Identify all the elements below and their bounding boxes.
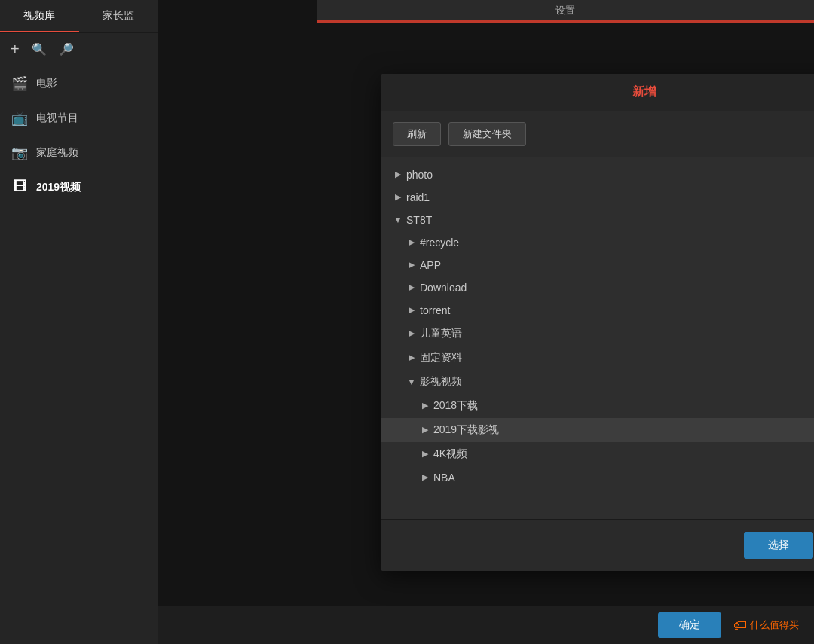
tree-item-2018-download[interactable]: ▶ 2018下载 bbox=[381, 394, 814, 418]
tree-label-photo: photo bbox=[405, 169, 814, 181]
tree-arrow-st8t: ▼ bbox=[391, 215, 405, 224]
tree-label-fixed-data: 固定资料 bbox=[418, 351, 814, 365]
tree-label-movie-videos: 影视视频 bbox=[418, 375, 814, 389]
home-video-icon: 📷 bbox=[11, 145, 29, 161]
tree-item-fixed-data[interactable]: ▶ 固定资料 bbox=[381, 346, 814, 370]
tree-item-movie-videos[interactable]: ▼ 影视视频 bbox=[381, 370, 814, 394]
tree-item-children-english[interactable]: ▶ 儿童英语 bbox=[381, 322, 814, 346]
sidebar-item-home-video[interactable]: 📷 家庭视频 bbox=[0, 136, 158, 170]
sidebar-item-movies-label: 电影 bbox=[36, 77, 57, 90]
sidebar-item-tv-label: 电视节目 bbox=[36, 111, 78, 125]
tree-arrow-2019-download: ▶ bbox=[418, 425, 432, 435]
dialog-title: 新增 bbox=[632, 85, 656, 98]
tree-arrow-children-english: ▶ bbox=[405, 328, 418, 338]
tree-item-recycle[interactable]: ▶ #recycle bbox=[381, 231, 814, 254]
tree-label-st8t: ST8T bbox=[405, 214, 814, 226]
sidebar-item-home-video-label: 家庭视频 bbox=[36, 146, 78, 160]
tree-item-st8t[interactable]: ▼ ST8T bbox=[381, 209, 814, 231]
tree-arrow-recycle: ▶ bbox=[405, 237, 418, 247]
tree-item-raid1[interactable]: ▶ raid1 bbox=[381, 186, 814, 209]
dialog-toolbar: 刷新 新建文件夹 bbox=[381, 111, 814, 157]
tree-label-children-english: 儿童英语 bbox=[418, 327, 814, 340]
settings-titlebar: 设置 bbox=[317, 0, 814, 23]
tree-label-download: Download bbox=[418, 282, 814, 294]
sidebar-item-tv[interactable]: 📺 电视节目 bbox=[0, 101, 158, 136]
tree-arrow-fixed-data: ▶ bbox=[405, 353, 418, 362]
tree-arrow-app: ▶ bbox=[405, 260, 418, 270]
tab-parental[interactable]: 家长监 bbox=[79, 0, 158, 32]
tree-label-4k-video: 4K视频 bbox=[432, 447, 814, 461]
tree-item-app[interactable]: ▶ APP bbox=[381, 254, 814, 276]
search1-button[interactable]: 🔍 bbox=[32, 42, 47, 56]
dialog-footer: 选择 取消 bbox=[381, 519, 814, 571]
tree-arrow-photo: ▶ bbox=[391, 169, 405, 179]
watermark: 🏷 什么值得买 bbox=[733, 618, 799, 633]
main-area: 设置 新增 刷新 新建文件夹 ▶ photo ▶ raid1 ▼ ST8T bbox=[158, 0, 814, 644]
tree-item-download[interactable]: ▶ Download bbox=[381, 276, 814, 299]
sidebar-actions: + 🔍 🔎 bbox=[0, 33, 158, 66]
tree-arrow-raid1: ▶ bbox=[391, 192, 405, 202]
tree-item-2019-download[interactable]: ▶ 2019下载影视 bbox=[381, 418, 814, 442]
sidebar-tabs: 视频库 家长监 bbox=[0, 0, 158, 33]
file-tree[interactable]: ▶ photo ▶ raid1 ▼ ST8T ▶ #recycle ▶ APP … bbox=[381, 157, 814, 519]
refresh-button[interactable]: 刷新 bbox=[393, 122, 441, 146]
watermark-icon: 🏷 bbox=[733, 618, 747, 633]
sidebar: 视频库 家长监 + 🔍 🔎 🎬 电影 📺 电视节目 📷 家庭视频 🎞 2019视… bbox=[0, 0, 158, 644]
tree-label-2018-download: 2018下载 bbox=[432, 399, 814, 413]
sidebar-item-2019-video[interactable]: 🎞 2019视频 bbox=[0, 170, 158, 204]
tree-label-raid1: raid1 bbox=[405, 191, 814, 203]
select-button[interactable]: 选择 bbox=[744, 532, 813, 559]
tree-arrow-movie-videos: ▼ bbox=[405, 377, 418, 386]
sidebar-item-movies[interactable]: 🎬 电影 bbox=[0, 66, 158, 101]
dialog-header: 新增 bbox=[381, 74, 814, 111]
new-folder-button[interactable]: 新建文件夹 bbox=[448, 122, 526, 146]
sidebar-item-2019-video-label: 2019视频 bbox=[36, 181, 81, 194]
settings-title: 设置 bbox=[555, 4, 575, 17]
video-2019-icon: 🎞 bbox=[11, 179, 29, 195]
watermark-text: 什么值得买 bbox=[750, 618, 799, 632]
tree-item-4k-video[interactable]: ▶ 4K视频 bbox=[381, 442, 814, 466]
bottom-bar: 确定 🏷 什么值得买 bbox=[158, 606, 814, 644]
new-add-dialog: 新增 刷新 新建文件夹 ▶ photo ▶ raid1 ▼ ST8T ▶ #re… bbox=[381, 74, 814, 571]
tree-arrow-nba: ▶ bbox=[418, 472, 432, 482]
tree-label-nba: NBA bbox=[432, 472, 814, 484]
tree-item-torrent[interactable]: ▶ torrent bbox=[381, 299, 814, 322]
confirm-button[interactable]: 确定 bbox=[658, 612, 721, 638]
tree-label-app: APP bbox=[418, 259, 814, 271]
tree-arrow-2018-download: ▶ bbox=[418, 401, 432, 411]
tree-label-2019-download: 2019下载影视 bbox=[432, 423, 814, 437]
tree-label-recycle: #recycle bbox=[418, 237, 814, 249]
search2-button[interactable]: 🔎 bbox=[59, 42, 74, 56]
tree-label-torrent: torrent bbox=[418, 304, 814, 316]
tree-item-photo[interactable]: ▶ photo bbox=[381, 163, 814, 186]
tv-icon: 📺 bbox=[11, 110, 29, 127]
add-button[interactable]: + bbox=[11, 41, 20, 58]
tree-arrow-4k-video: ▶ bbox=[418, 449, 432, 459]
movie-icon: 🎬 bbox=[11, 75, 29, 92]
tab-video-library[interactable]: 视频库 bbox=[0, 0, 79, 32]
tree-arrow-torrent: ▶ bbox=[405, 305, 418, 315]
tree-arrow-download: ▶ bbox=[405, 282, 418, 292]
tree-item-nba[interactable]: ▶ NBA bbox=[381, 466, 814, 489]
